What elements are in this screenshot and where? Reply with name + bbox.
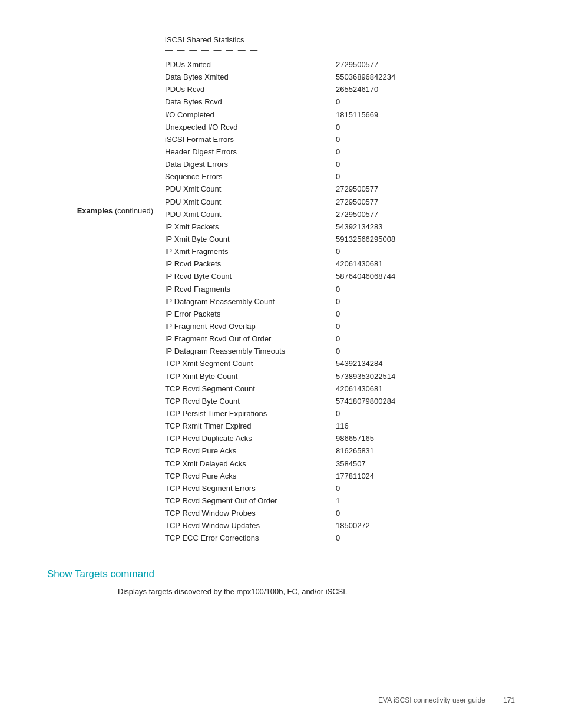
table-row: IP Fragment Rcvd Out of Order0 (165, 333, 515, 345)
table-row: Data Digest Errors0 (165, 159, 515, 170)
stat-value: 816265831 (330, 445, 374, 457)
stat-value: 59132566295008 (330, 233, 395, 245)
table-row: TCP Rcvd Segment Out of Order1 (165, 495, 515, 507)
stat-name: PDU Xmit Count (165, 183, 330, 195)
stat-value: 42061430681 (330, 383, 383, 395)
stat-rows-container: PDUs Xmited2729500577Data Bytes Xmited55… (165, 59, 515, 544)
show-targets-description: Displays targets discovered by the mpx10… (118, 587, 515, 596)
table-row: TCP Rcvd Segment Errors0 (165, 483, 515, 495)
table-row: IP Xmit Byte Count59132566295008 (165, 233, 515, 245)
stat-value: 57418079800284 (330, 396, 395, 407)
table-row: iSCSI Format Errors0 (165, 134, 515, 146)
stat-name: IP Datagram Reassembly Count (165, 296, 330, 308)
stat-value: 0 (330, 408, 340, 420)
stat-name: TCP Rxmit Timer Expired (165, 420, 330, 432)
table-row: TCP Rcvd Duplicate Acks986657165 (165, 433, 515, 444)
footer-title: EVA iSCSI connectivity user guide (378, 696, 485, 704)
stat-name: TCP Rcvd Byte Count (165, 396, 330, 407)
examples-continued: (continued) (115, 206, 153, 215)
stat-name: Data Digest Errors (165, 159, 330, 170)
stat-name: TCP Xmit Segment Count (165, 358, 330, 370)
stat-name: Data Bytes Xmited (165, 71, 330, 83)
stat-name: IP Xmit Byte Count (165, 233, 330, 245)
stat-name: IP Rcvd Fragments (165, 284, 330, 295)
stat-name: IP Rcvd Byte Count (165, 271, 330, 282)
stat-name: Sequence Errors (165, 171, 330, 183)
stat-value: 2729500577 (330, 183, 378, 195)
stat-name: TCP Rcvd Segment Errors (165, 483, 330, 495)
stat-value: 2729500577 (330, 196, 378, 208)
table-row: Sequence Errors0 (165, 171, 515, 183)
stat-value: 0 (330, 345, 340, 357)
table-row: PDU Xmit Count2729500577 (165, 183, 515, 195)
show-targets-section: Show Targets command Displays targets di… (47, 568, 515, 596)
stat-name: IP Xmit Packets (165, 221, 330, 233)
stats-title: iSCSI Shared Statistics (165, 35, 515, 44)
stat-name: iSCSI Format Errors (165, 134, 330, 146)
stat-value: 0 (330, 308, 340, 320)
table-row: PDUs Xmited2729500577 (165, 59, 515, 71)
stat-name: TCP Rcvd Window Probes (165, 508, 330, 519)
stat-name: PDU Xmit Count (165, 209, 330, 220)
stat-name: Unexpected I/O Rcvd (165, 121, 330, 133)
stat-value: 0 (330, 508, 340, 519)
table-row: TCP Xmit Byte Count57389353022514 (165, 371, 515, 383)
stat-value: 0 (330, 159, 340, 170)
stat-value: 0 (330, 483, 340, 495)
table-row: IP Error Packets0 (165, 308, 515, 320)
stat-name: IP Fragment Rcvd Out of Order (165, 333, 330, 345)
stat-value: 0 (330, 321, 340, 332)
stat-name: TCP Rcvd Window Updates (165, 520, 330, 532)
stat-value: 986657165 (330, 433, 374, 444)
stat-name: TCP Rcvd Pure Acks (165, 470, 330, 482)
stat-value: 58764046068744 (330, 271, 395, 282)
stat-name: IP Fragment Rcvd Overlap (165, 321, 330, 332)
table-row: TCP ECC Error Corrections0 (165, 532, 515, 544)
stat-name: Header Digest Errors (165, 146, 330, 158)
table-row: TCP Rcvd Window Updates18500272 (165, 520, 515, 532)
stat-value: 57389353022514 (330, 371, 395, 383)
stat-value: 2655246170 (330, 84, 378, 95)
stat-name: TCP Persist Timer Expirations (165, 408, 330, 420)
table-row: TCP Xmit Segment Count54392134284 (165, 358, 515, 370)
stat-value: 3584507 (330, 458, 366, 470)
stat-name: TCP Rcvd Pure Acks (165, 445, 330, 457)
stat-name: PDUs Rcvd (165, 84, 330, 95)
stat-value: 177811024 (330, 470, 374, 482)
stat-value: 0 (330, 246, 340, 258)
stat-name: PDU Xmit Count (165, 196, 330, 208)
stat-name: TCP Xmit Byte Count (165, 371, 330, 383)
table-row: PDU Xmit Count2729500577 (165, 196, 515, 208)
stat-name: TCP Rcvd Segment Out of Order (165, 495, 330, 507)
stat-value: 0 (330, 296, 340, 308)
table-row: TCP Rcvd Segment Count42061430681 (165, 383, 515, 395)
table-row: TCP Rcvd Pure Acks816265831 (165, 445, 515, 457)
table-row: TCP Xmit Delayed Acks3584507 (165, 458, 515, 470)
table-row: IP Datagram Reassembly Count0 (165, 296, 515, 308)
table-row: PDUs Rcvd2655246170 (165, 84, 515, 95)
stat-value: 54392134283 (330, 221, 383, 233)
stat-value: 2729500577 (330, 59, 378, 71)
stat-name: TCP Rcvd Duplicate Acks (165, 433, 330, 444)
table-row: TCP Persist Timer Expirations0 (165, 408, 515, 420)
table-row: Unexpected I/O Rcvd0 (165, 121, 515, 133)
stat-value: 116 (330, 420, 349, 432)
stat-value: 1 (330, 495, 340, 507)
stat-name: Data Bytes Rcvd (165, 96, 330, 108)
table-row: TCP Rcvd Pure Acks177811024 (165, 470, 515, 482)
stat-name: I/O Completed (165, 109, 330, 121)
stat-value: 0 (330, 146, 340, 158)
stat-value: 0 (330, 134, 340, 146)
stat-value: 0 (330, 284, 340, 295)
examples-bold: Examples (77, 206, 113, 215)
stat-value: 42061430681 (330, 258, 383, 270)
stats-divider: — — — — — — — — (165, 45, 515, 54)
table-row: IP Rcvd Byte Count58764046068744 (165, 271, 515, 282)
table-row: IP Fragment Rcvd Overlap0 (165, 321, 515, 332)
stat-value: 54392134284 (330, 358, 383, 370)
stat-value: 0 (330, 96, 340, 108)
stat-value: 0 (330, 532, 340, 544)
table-row: IP Rcvd Fragments0 (165, 284, 515, 295)
stat-name: PDUs Xmited (165, 59, 330, 71)
stat-name: IP Datagram Reassembly Timeouts (165, 345, 330, 357)
